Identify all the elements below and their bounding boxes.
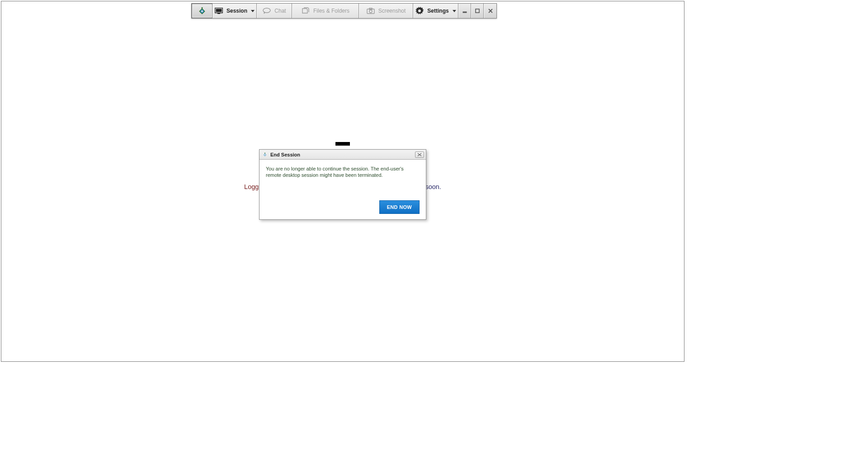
end-now-button[interactable]: END NOW <box>379 200 420 214</box>
gear-icon <box>415 7 424 15</box>
chevron-down-icon <box>453 10 456 12</box>
status-text-right: soon. <box>425 183 441 190</box>
close-icon <box>488 8 493 14</box>
svg-rect-3 <box>217 13 220 14</box>
dialog-title: End Session <box>270 152 300 157</box>
close-icon <box>417 153 422 156</box>
chat-icon <box>263 8 271 14</box>
svg-point-7 <box>369 10 372 13</box>
svg-point-12 <box>264 152 265 153</box>
svg-rect-9 <box>463 12 467 13</box>
status-text-left: Logg <box>244 183 259 190</box>
end-session-dialog: End Session You are no longer able to co… <box>259 149 426 220</box>
chevron-down-icon <box>251 10 255 12</box>
remote-desktop-window: Session Chat Files & Folders <box>1 1 684 362</box>
settings-menu[interactable]: Settings <box>413 4 458 18</box>
svg-rect-2 <box>216 9 222 12</box>
top-toolbar: Session Chat Files & Folders <box>191 3 497 19</box>
app-logo-icon <box>197 6 207 16</box>
minimize-icon <box>462 8 467 14</box>
dialog-actions: END NOW <box>379 200 420 214</box>
maximize-icon <box>475 8 480 14</box>
close-window-button[interactable] <box>484 4 496 18</box>
screenshot-button[interactable]: Screenshot <box>359 4 413 18</box>
app-logo-button[interactable] <box>192 4 212 18</box>
chat-button[interactable]: Chat <box>257 4 292 18</box>
chat-label: Chat <box>274 8 286 14</box>
session-label: Session <box>226 8 247 14</box>
dialog-close-button[interactable] <box>415 151 424 158</box>
files-folders-button[interactable]: Files & Folders <box>292 4 359 18</box>
settings-label: Settings <box>427 8 448 14</box>
dialog-titlebar: End Session <box>259 150 426 160</box>
camera-icon <box>367 8 375 14</box>
session-menu[interactable]: Session <box>212 4 257 18</box>
maximize-button[interactable] <box>471 4 484 18</box>
minimize-button[interactable] <box>458 4 471 18</box>
files-label: Files & Folders <box>313 8 349 14</box>
dialog-message: You are no longer able to continue the s… <box>259 160 426 186</box>
files-icon <box>302 7 310 14</box>
svg-point-8 <box>419 10 421 12</box>
monitor-icon <box>215 8 223 14</box>
svg-rect-11 <box>335 142 350 146</box>
screenshot-label: Screenshot <box>378 8 406 14</box>
app-logo-small-icon <box>262 152 268 157</box>
svg-rect-10 <box>476 9 479 13</box>
